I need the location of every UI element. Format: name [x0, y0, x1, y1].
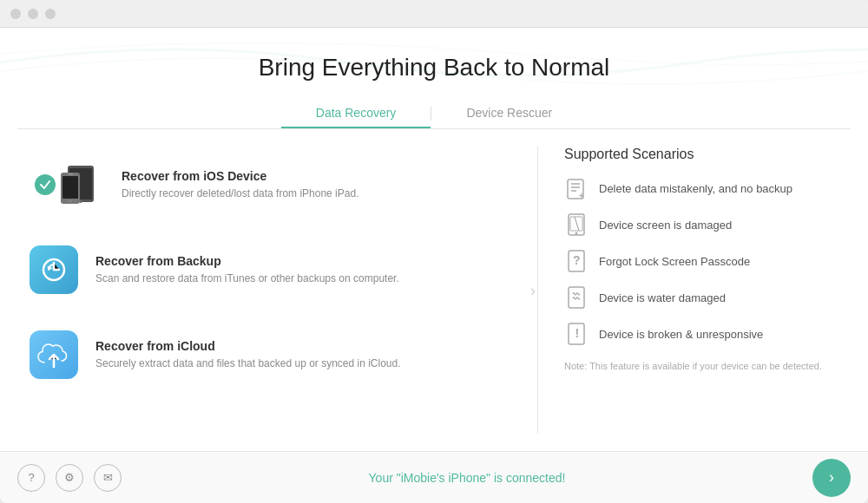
icloud-icon-image [30, 330, 78, 379]
scenario-deleted-data: + Delete data mistakenly, and no backup [564, 176, 842, 200]
supported-scenarios-title: Supported Scenarios [564, 147, 842, 162]
scenario-screen-damaged: Device screen is damaged [564, 212, 842, 237]
note-text: Note: This feature is available if your … [564, 360, 842, 373]
header-area: Bring Everything Back to Normal Data Rec… [0, 28, 868, 129]
scenario-deleted-data-text: Delete data mistakenly, and no backup [599, 182, 792, 195]
app-window: Bring Everything Back to Normal Data Rec… [0, 0, 868, 503]
svg-text:?: ? [573, 253, 581, 267]
ios-device-text: Recover from iOS Device Directly recover… [122, 169, 358, 201]
panel-divider [537, 147, 538, 434]
ios-device-option[interactable]: Recover from iOS Device Directly recover… [52, 147, 358, 223]
left-panel: Recover from iOS Device Directly recover… [0, 129, 537, 451]
screen-damaged-icon [564, 212, 589, 237]
scenario-screen-damaged-text: Device screen is damaged [599, 219, 732, 232]
traffic-lights [10, 9, 56, 19]
titlebar [0, 0, 868, 28]
minimize-button[interactable] [28, 9, 38, 19]
checkmark-icon [39, 179, 51, 191]
backup-text: Recover from Backup Scan and restore dat… [95, 254, 399, 286]
icloud-symbol [37, 342, 70, 368]
svg-rect-6 [68, 173, 73, 175]
option-icloud[interactable]: Recover from iCloud Securely extract dat… [26, 317, 511, 393]
scenario-water-damaged: Device is water damaged [564, 285, 842, 310]
svg-line-15 [575, 217, 579, 231]
right-panel: Supported Scenarios + Delete data mistak… [538, 129, 868, 451]
backup-icon [26, 242, 82, 297]
svg-text:!: ! [575, 326, 580, 340]
close-button[interactable] [10, 9, 21, 19]
scenario-forgot-passcode-text: Forgot Lock Screen Passcode [599, 255, 750, 268]
ios-device-image [52, 157, 108, 212]
connection-status: Your "iMobie's iPhone" is connected! [369, 471, 566, 485]
help-icon: ? [28, 471, 34, 484]
main-content: Recover from iOS Device Directly recover… [0, 129, 868, 451]
maximize-button[interactable] [45, 9, 56, 19]
deleted-data-icon: + [564, 176, 589, 200]
next-button[interactable]: › [812, 459, 851, 497]
scenario-forgot-passcode: ? Forgot Lock Screen Passcode [564, 249, 842, 273]
icloud-text: Recover from iCloud Securely extract dat… [95, 339, 401, 371]
main-title: Bring Everything Back to Normal [17, 54, 851, 82]
backup-icon-image [30, 245, 78, 294]
option-backup[interactable]: Recover from Backup Scan and restore dat… [26, 232, 511, 308]
svg-rect-13 [569, 214, 584, 235]
scenario-water-damaged-text: Device is water damaged [599, 291, 726, 304]
svg-point-16 [575, 232, 578, 235]
help-button[interactable]: ? [17, 464, 45, 492]
tab-device-rescuer[interactable]: Device Rescuer [431, 99, 587, 128]
forgot-passcode-icon: ? [564, 249, 589, 273]
svg-point-5 [69, 200, 72, 203]
footer-icons: ? ⚙ ✉ [17, 464, 122, 492]
option-ios-device[interactable]: Recover from iOS Device Directly recover… [26, 147, 511, 223]
water-damaged-icon [564, 285, 589, 310]
next-arrow-icon: › [829, 468, 834, 487]
backup-option[interactable]: Recover from Backup Scan and restore dat… [26, 232, 399, 308]
scenario-broken-device-text: Device is broken & unresponsive [599, 328, 763, 341]
icloud-icon [26, 327, 82, 382]
footer: ? ⚙ ✉ Your "iMobie's iPhone" is connecte… [0, 451, 868, 503]
ios-device-icon [52, 157, 108, 212]
broken-device-icon: ! [564, 322, 589, 346]
settings-button[interactable]: ⚙ [56, 464, 83, 492]
mail-button[interactable]: ✉ [94, 464, 122, 492]
mail-icon: ✉ [103, 471, 113, 484]
backup-symbol [38, 254, 69, 285]
selected-indicator [35, 174, 56, 195]
settings-icon: ⚙ [64, 471, 75, 484]
svg-text:+: + [579, 191, 584, 200]
scenario-broken-device: ! Device is broken & unresponsive [564, 322, 842, 346]
svg-rect-4 [62, 176, 78, 199]
tab-data-recovery[interactable]: Data Recovery [281, 99, 431, 128]
icloud-option[interactable]: Recover from iCloud Securely extract dat… [26, 317, 401, 393]
tabs-container: Data Recovery Device Rescuer [17, 99, 851, 128]
